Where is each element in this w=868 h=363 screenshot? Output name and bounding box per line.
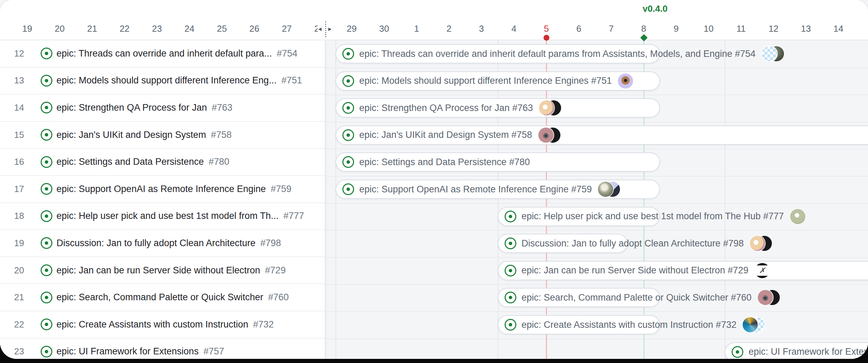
table-row[interactable]: 22epic: Create Assistants with custom In… [0, 311, 325, 339]
table-row[interactable]: 19Discussion: Jan to fully adopt Clean A… [0, 230, 325, 257]
bar-label: epic: Strengthen QA Process for Jan #763 [359, 103, 533, 113]
row-number: 18 [0, 203, 24, 230]
table-row[interactable]: 13epic: Models should support different … [0, 68, 325, 95]
bar-label: epic: Search, Command Palette or Quick S… [521, 292, 752, 303]
avatar-pixel-blue[interactable] [762, 46, 777, 61]
row-number: 13 [0, 68, 24, 94]
row-title[interactable]: Discussion: Jan to fully adopt Clean Arc… [56, 238, 256, 249]
date-label: 12 [758, 23, 789, 34]
open-issue-icon [505, 292, 516, 303]
open-issue-icon [41, 346, 52, 357]
bar-label: Discussion: Jan to fully adopt Clean Arc… [521, 238, 744, 249]
row-number: 22 [0, 311, 24, 338]
issue-number: #798 [260, 238, 281, 249]
issue-number: #758 [211, 130, 231, 140]
row-separator [326, 68, 868, 68]
row-separator [326, 339, 868, 339]
date-label: 22 [109, 23, 140, 34]
issue-number: #763 [212, 102, 232, 113]
date-label: 10 [693, 23, 724, 34]
issue-number: #757 [204, 346, 224, 357]
open-issue-icon [505, 319, 516, 331]
row-number: 17 [0, 176, 24, 202]
open-issue-icon [41, 75, 52, 87]
row-title[interactable]: epic: Jan's UIKit and Design System [56, 130, 206, 140]
avatar-animal-gray[interactable] [598, 182, 613, 197]
open-issue-icon [342, 102, 354, 114]
row-number: 12 [0, 40, 24, 67]
row-title[interactable]: epic: Settings and Data Persistence [56, 157, 204, 167]
row-title[interactable]: epic: UI Framework for Extensions [56, 346, 199, 357]
avatar-stack [750, 236, 772, 251]
row-title[interactable]: epic: Search, Command Palette or Quick S… [56, 292, 263, 303]
row-title[interactable]: epic: Create Assistants with custom Inst… [56, 319, 248, 330]
roadmap-bar-content: epic: Threads can override and inherit d… [342, 44, 784, 63]
timeline-header: v0.4.0 192021222324252627282930123456789… [0, 0, 868, 40]
date-label: 3 [466, 23, 497, 34]
roadmap-bar-content: epic: Create Assistants with custom Inst… [505, 315, 765, 334]
avatar-cat-art[interactable] [743, 317, 758, 332]
table-row[interactable]: 18epic: Help user pick and use best 1st … [0, 203, 325, 230]
open-issue-icon [342, 183, 354, 195]
bar-label: epic: Settings and Data Persistence #780 [359, 157, 530, 168]
open-issue-icon [505, 265, 516, 276]
date-label: 6 [563, 23, 594, 34]
issue-number: #760 [268, 292, 289, 303]
date-label: 13 [790, 23, 822, 34]
table-row[interactable]: 14epic: Strengthen QA Process for Jan#76… [0, 94, 325, 122]
open-issue-icon [41, 156, 52, 168]
date-label: 11 [725, 23, 756, 34]
row-title[interactable]: epic: Strengthen QA Process for Jan [56, 102, 207, 113]
avatar-mauve-eye[interactable] [758, 290, 773, 305]
table-row[interactable]: 21epic: Search, Command Palette or Quick… [0, 284, 325, 311]
row-title[interactable]: epic: Jan can be run Server Side without… [56, 265, 260, 276]
avatar-stack [598, 182, 620, 197]
bar-label: epic: UI Framework for Extensions #757 [748, 346, 868, 357]
table-row[interactable]: 23epic: UI Framework for Extensions#757 [0, 339, 325, 359]
avatar-stack [743, 317, 765, 332]
table-row[interactable]: 15epic: Jan's UIKit and Design System#75… [0, 122, 325, 149]
avatar-stack [790, 209, 805, 224]
table-row[interactable]: 20epic: Jan can be run Server Side witho… [0, 257, 325, 284]
milestone-marker-icon [640, 34, 648, 41]
row-title[interactable]: epic: Support OpenAI as Remote Inference… [56, 184, 266, 194]
row-number: 14 [0, 94, 24, 121]
row-separator [326, 176, 868, 177]
row-separator [326, 230, 868, 231]
open-issue-icon [342, 129, 354, 141]
table-panel: 12epic: Threads can override and inherit… [0, 40, 326, 359]
date-label: 1 [401, 23, 432, 34]
date-label: 19 [12, 23, 43, 34]
row-number: 20 [0, 257, 24, 284]
row-number: 21 [0, 284, 24, 311]
table-row[interactable]: 12epic: Threads can override and inherit… [0, 40, 325, 68]
row-number: 16 [0, 149, 24, 175]
row-title[interactable]: epic: Threads can override and inherit d… [56, 48, 272, 59]
date-label: 24 [174, 23, 205, 34]
open-issue-icon [732, 346, 743, 358]
row-title[interactable]: epic: Models should support different In… [56, 75, 277, 86]
avatar-stack [758, 290, 780, 305]
avatar-stack [538, 128, 560, 143]
avatar-mauve-eye[interactable] [538, 128, 554, 143]
avatar-person-purple[interactable] [618, 73, 633, 89]
milestone-label[interactable]: v0.4.0 [643, 3, 668, 14]
issue-number: #759 [271, 184, 291, 194]
open-issue-icon [41, 264, 52, 276]
date-label: 7 [596, 23, 627, 34]
avatar-sig-white[interactable] [755, 263, 770, 278]
row-number: 23 [0, 339, 24, 359]
table-row[interactable]: 16epic: Settings and Data Persistence#78… [0, 149, 325, 176]
date-label: 25 [206, 23, 237, 34]
row-title[interactable]: epic: Help user pick and use best 1st mo… [56, 211, 279, 221]
roadmap-window: epic: Threads can override and inherit d… [0, 0, 868, 359]
avatar-stack [762, 46, 784, 61]
date-label: 20 [44, 23, 75, 34]
row-separator [326, 257, 868, 258]
table-row[interactable]: 17epic: Support OpenAI as Remote Inferen… [0, 176, 325, 203]
row-separator [326, 284, 868, 285]
open-issue-icon [505, 238, 516, 249]
avatar-cat-green[interactable] [790, 209, 805, 224]
resize-dotted-line-icon [325, 21, 326, 37]
avatar-stack [539, 100, 561, 115]
